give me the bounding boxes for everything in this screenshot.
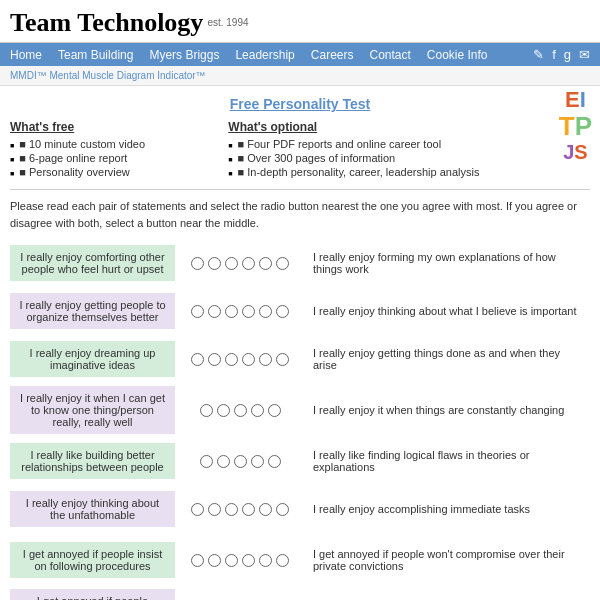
q8-right: I get annoyed if people want all the <box>305 595 590 600</box>
instructions: Please read each pair of statements and … <box>10 189 590 231</box>
q2-radio-1[interactable] <box>191 305 204 318</box>
site-title: Team Technology <box>10 8 203 37</box>
q1-radio-5[interactable] <box>259 257 272 270</box>
q1-radio-3[interactable] <box>225 257 238 270</box>
q2-radio-6[interactable] <box>276 305 289 318</box>
q5-radio-2[interactable] <box>217 455 230 468</box>
q2-radio-2[interactable] <box>208 305 221 318</box>
q6-left: I really enjoy thinking about the unfath… <box>10 491 175 527</box>
q7-right: I get annoyed if people won't compromise… <box>305 542 590 578</box>
q8-left: I get annoyed if people change things <box>10 589 175 600</box>
q2-options <box>175 305 305 318</box>
navigation: Home Team Building Myers Briggs Leadersh… <box>0 43 600 66</box>
q7-radio-1[interactable] <box>191 554 204 567</box>
q2-radio-5[interactable] <box>259 305 272 318</box>
q3-radio-6[interactable] <box>276 353 289 366</box>
q6-right: I really enjoy accomplishing immediate t… <box>305 497 590 521</box>
q1-radio-1[interactable] <box>191 257 204 270</box>
facebook-icon[interactable]: f <box>552 47 556 62</box>
nav-careers[interactable]: Careers <box>311 48 354 62</box>
free-test-title: Free Personality Test <box>10 96 590 112</box>
nav-links: Home Team Building Myers Briggs Leadersh… <box>10 48 488 62</box>
q1-left: I really enjoy comforting other people w… <box>10 245 175 281</box>
breadcrumb-mmdi[interactable]: MMDI™ <box>10 70 47 81</box>
q1-right: I really enjoy forming my own explanatio… <box>305 245 590 281</box>
main-content: EI TP JS Free Personality Test What's fr… <box>0 86 600 600</box>
q7-radio-2[interactable] <box>208 554 221 567</box>
info-section: What's free ■ 10 minute custom video ■ 6… <box>10 120 520 179</box>
free-item-3: ■ Personality overview <box>10 165 218 179</box>
q6-radio-3[interactable] <box>225 503 238 516</box>
question-row-2: I really enjoy getting people to organiz… <box>10 289 590 333</box>
q3-left: I really enjoy dreaming up imaginative i… <box>10 341 175 377</box>
email-icon[interactable]: ✉ <box>579 47 590 62</box>
q6-radio-6[interactable] <box>276 503 289 516</box>
whats-optional-col: What's optional ■ Four PDF reports and o… <box>228 120 520 179</box>
nav-home[interactable]: Home <box>10 48 42 62</box>
q1-radio-6[interactable] <box>276 257 289 270</box>
q5-radio-5[interactable] <box>268 455 281 468</box>
q7-radio-3[interactable] <box>225 554 238 567</box>
site-header: Team Technologyest. 1994 <box>0 0 600 43</box>
q4-radio-3[interactable] <box>234 404 247 417</box>
nav-team-building[interactable]: Team Building <box>58 48 133 62</box>
q6-options <box>175 503 305 516</box>
nav-cookie-info[interactable]: Cookie Info <box>427 48 488 62</box>
free-item-1: ■ 10 minute custom video <box>10 137 218 151</box>
q6-radio-2[interactable] <box>208 503 221 516</box>
whats-optional-list: ■ Four PDF reports and online career too… <box>228 137 520 179</box>
free-item-2: ■ 6-page online report <box>10 151 218 165</box>
q5-radio-1[interactable] <box>200 455 213 468</box>
question-row-5: I really like building better relationsh… <box>10 439 590 483</box>
optional-item-2: ■ Over 300 pages of information <box>228 151 520 165</box>
q2-left: I really enjoy getting people to organiz… <box>10 293 175 329</box>
q6-radio-4[interactable] <box>242 503 255 516</box>
q6-radio-1[interactable] <box>191 503 204 516</box>
q4-radio-5[interactable] <box>268 404 281 417</box>
site-subtitle: est. 1994 <box>207 17 248 28</box>
google-plus-icon[interactable]: g <box>564 47 571 62</box>
q5-radio-4[interactable] <box>251 455 264 468</box>
q2-radio-4[interactable] <box>242 305 255 318</box>
q5-left: I really like building better relationsh… <box>10 443 175 479</box>
nav-myers-briggs[interactable]: Myers Briggs <box>149 48 219 62</box>
q3-radio-4[interactable] <box>242 353 255 366</box>
q3-radio-2[interactable] <box>208 353 221 366</box>
q4-radio-4[interactable] <box>251 404 264 417</box>
question-row-4: I really enjoy it when I can get to know… <box>10 385 590 435</box>
q6-radio-5[interactable] <box>259 503 272 516</box>
q7-radio-5[interactable] <box>259 554 272 567</box>
q5-options <box>175 455 305 468</box>
q3-radio-3[interactable] <box>225 353 238 366</box>
personality-logo: EI TP JS <box>559 88 592 163</box>
q5-radio-3[interactable] <box>234 455 247 468</box>
q1-radio-4[interactable] <box>242 257 255 270</box>
whats-free-col: What's free ■ 10 minute custom video ■ 6… <box>10 120 218 179</box>
q3-options <box>175 353 305 366</box>
question-row-6: I really enjoy thinking about the unfath… <box>10 487 590 531</box>
q4-radio-2[interactable] <box>217 404 230 417</box>
q7-left: I get annoyed if people insist on follow… <box>10 542 175 578</box>
q1-radio-2[interactable] <box>208 257 221 270</box>
optional-item-1: ■ Four PDF reports and online career too… <box>228 137 520 151</box>
breadcrumb: MMDI™ Mental Muscle Diagram Indicator™ <box>0 66 600 86</box>
edit-icon[interactable]: ✎ <box>533 47 544 62</box>
q7-radio-4[interactable] <box>242 554 255 567</box>
question-row-1: I really enjoy comforting other people w… <box>10 241 590 285</box>
whats-optional-heading: What's optional <box>228 120 520 134</box>
nav-social-icons: ✎ f g ✉ <box>533 47 590 62</box>
q3-radio-5[interactable] <box>259 353 272 366</box>
nav-contact[interactable]: Contact <box>369 48 410 62</box>
q1-options <box>175 257 305 270</box>
q2-right: I really enjoy thinking about what I bel… <box>305 299 590 323</box>
q7-radio-6[interactable] <box>276 554 289 567</box>
nav-leadership[interactable]: Leadership <box>235 48 294 62</box>
whats-free-list: ■ 10 minute custom video ■ 6-page online… <box>10 137 218 179</box>
q3-right: I really enjoy getting things done as an… <box>305 341 590 377</box>
optional-item-3: ■ In-depth personality, career, leadersh… <box>228 165 520 179</box>
question-row-7: I get annoyed if people insist on follow… <box>10 535 590 585</box>
q7-options <box>175 554 305 567</box>
q2-radio-3[interactable] <box>225 305 238 318</box>
q3-radio-1[interactable] <box>191 353 204 366</box>
q4-radio-1[interactable] <box>200 404 213 417</box>
